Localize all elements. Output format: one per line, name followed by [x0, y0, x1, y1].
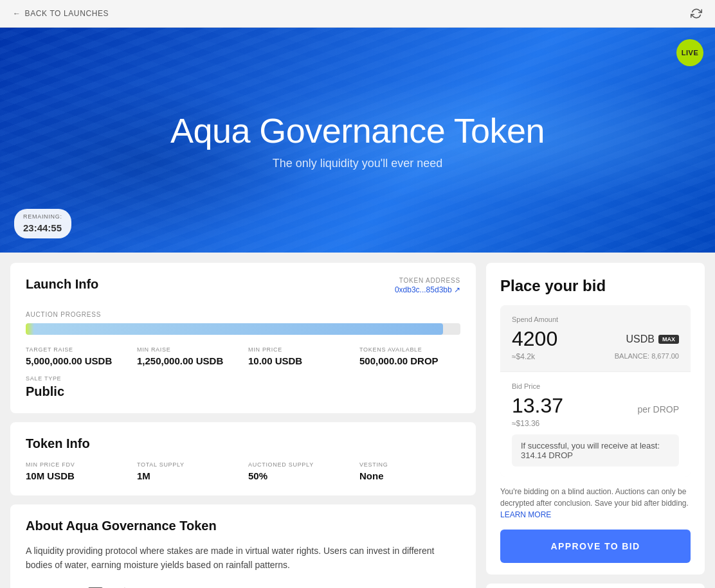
- token-stat-1: TOTAL SUPPLY 1M: [137, 461, 238, 481]
- noun-icon[interactable]: ⬛: [85, 584, 105, 588]
- stat-target-raise: TARGET RAISE 5,000,000.00 USDB: [26, 346, 127, 366]
- stat-min-price: MIN PRICE 10.00 USDB: [248, 346, 349, 366]
- token-address-value[interactable]: 0xdb3c...85d3bb ↗: [395, 285, 460, 294]
- bid-price-label: Bid Price: [512, 382, 679, 390]
- token-info-title: Token Info: [26, 436, 460, 451]
- token-stat-value-2: 50%: [248, 470, 349, 481]
- place-bid-card: Place your bid Spend Amount 4200 USDB MA…: [486, 263, 705, 575]
- bid-price-section: Bid Price 13.37 per DROP ≈$13.36 If succ…: [500, 372, 691, 477]
- launch-info-header: Launch Info TOKEN ADDRESS 0xdb3c...85d3b…: [26, 277, 460, 302]
- refresh-icon[interactable]: [691, 8, 702, 19]
- launch-info-card: Launch Info TOKEN ADDRESS 0xdb3c...85d3b…: [10, 263, 476, 413]
- hero-subtitle: The only liquidity you'll ever need: [273, 157, 443, 170]
- spend-currency-row: USDB MAX: [626, 334, 679, 345]
- top-bar: ← BACK TO LAUNCHES: [0, 0, 715, 28]
- sale-type-label: SALE TYPE: [26, 375, 460, 382]
- balance-text: BALANCE: 8,677.00: [615, 352, 679, 361]
- stat-value-0: 5,000,000.00 USDB: [26, 355, 127, 366]
- launch-info-title: Launch Info: [26, 277, 98, 292]
- token-stat-label-0: MIN PRICE FDV: [26, 461, 127, 468]
- receive-estimate-box: If successful, you will receive at least…: [512, 434, 679, 467]
- spend-usd-equiv: ≈$4.2k: [512, 352, 535, 361]
- token-stat-label-3: VESTING: [359, 461, 460, 468]
- globe-icon[interactable]: [114, 584, 135, 588]
- blind-auction-text: You're bidding on a blind auction. Aucti…: [500, 486, 691, 521]
- token-stat-value-3: None: [359, 470, 460, 481]
- social-icons: ⬛: [26, 584, 460, 588]
- token-address-label: TOKEN ADDRESS: [395, 277, 460, 284]
- about-title: About Aqua Governance Token: [26, 519, 460, 533]
- approve-to-bid-button[interactable]: APPROVE TO BID: [500, 530, 691, 563]
- hero-title: Aqua Governance Token: [170, 111, 545, 150]
- live-badge: LIVE: [676, 39, 703, 66]
- token-stat-3: VESTING None: [359, 461, 460, 481]
- stat-label-2: MIN PRICE: [248, 346, 349, 353]
- remaining-label: REMAINING:: [23, 213, 62, 221]
- remaining-time: 23:44:55: [23, 221, 62, 235]
- spend-amount-label: Spend Amount: [512, 316, 679, 323]
- spend-currency-label: USDB: [626, 334, 655, 345]
- token-stat-label-1: TOTAL SUPPLY: [137, 461, 238, 468]
- auction-progress-label: AUCTION PROGRESS: [26, 311, 460, 318]
- stat-min-raise: MIN RAISE 1,250,000.00 USDB: [137, 346, 238, 366]
- spend-section: Spend Amount 4200 USDB MAX ≈$4.2k BALANC…: [500, 305, 691, 372]
- about-card: About Aqua Governance Token A liquidity …: [10, 504, 476, 588]
- stat-label-3: TOKENS AVAILABLE: [359, 346, 460, 353]
- stat-value-1: 1,250,000.00 USDB: [137, 355, 238, 366]
- token-stat-0: MIN PRICE FDV 10M USDB: [26, 461, 127, 481]
- spend-amount-row: 4200 USDB MAX: [512, 327, 679, 351]
- token-stat-label-2: AUCTIONED SUPPLY: [248, 461, 349, 468]
- twitter-icon[interactable]: [26, 584, 46, 588]
- auction-progress-bar: [26, 323, 460, 335]
- max-badge[interactable]: MAX: [658, 335, 679, 344]
- per-drop-label: per DROP: [637, 404, 679, 414]
- bid-info-card: Bid Info YOUR ESTIMATED FDV 13.4M USDB E…: [486, 584, 705, 588]
- stat-label-1: MIN RAISE: [137, 346, 238, 353]
- bid-price-usd-equiv: ≈$13.36: [512, 419, 679, 428]
- launch-stats-grid: TARGET RAISE 5,000,000.00 USDB MIN RAISE…: [26, 346, 460, 366]
- sale-type-block: SALE TYPE Public: [26, 375, 460, 399]
- bid-panel: Spend Amount 4200 USDB MAX ≈$4.2k BALANC…: [500, 305, 691, 477]
- back-to-launches-link[interactable]: ← BACK TO LAUNCHES: [13, 9, 109, 18]
- stat-value-3: 500,000.00 DROP: [359, 355, 460, 366]
- left-column: Launch Info TOKEN ADDRESS 0xdb3c...85d3b…: [10, 263, 476, 588]
- place-bid-title: Place your bid: [500, 277, 691, 295]
- token-stat-value-1: 1M: [137, 470, 238, 481]
- about-description: A liquidity providing protocol where sta…: [26, 544, 460, 573]
- back-arrow-icon: ←: [13, 9, 21, 18]
- token-info-grid: MIN PRICE FDV 10M USDB TOTAL SUPPLY 1M A…: [26, 461, 460, 481]
- right-column: Place your bid Spend Amount 4200 USDB MA…: [486, 263, 705, 588]
- bid-price-value[interactable]: 13.37: [512, 394, 563, 418]
- hero-banner: LIVE Aqua Governance Token The only liqu…: [0, 28, 715, 253]
- back-label: BACK TO LAUNCHES: [25, 9, 109, 18]
- remaining-badge: REMAINING: 23:44:55: [14, 209, 71, 238]
- progress-bar-fill: [26, 323, 443, 335]
- learn-more-link[interactable]: LEARN MORE: [500, 510, 551, 519]
- token-stat-2: AUCTIONED SUPPLY 50%: [248, 461, 349, 481]
- token-info-card: Token Info MIN PRICE FDV 10M USDB TOTAL …: [10, 422, 476, 495]
- bid-price-row: 13.37 per DROP: [512, 394, 679, 418]
- main-content: Launch Info TOKEN ADDRESS 0xdb3c...85d3b…: [0, 253, 715, 588]
- spend-amount-value[interactable]: 4200: [512, 327, 557, 351]
- discord-icon[interactable]: [55, 584, 76, 588]
- stat-tokens-available: TOKENS AVAILABLE 500,000.00 DROP: [359, 346, 460, 366]
- sale-type-value: Public: [26, 384, 460, 399]
- token-address-block: TOKEN ADDRESS 0xdb3c...85d3bb ↗: [395, 277, 460, 294]
- token-stat-value-0: 10M USDB: [26, 470, 127, 481]
- stat-label-0: TARGET RAISE: [26, 346, 127, 353]
- stat-value-2: 10.00 USDB: [248, 355, 349, 366]
